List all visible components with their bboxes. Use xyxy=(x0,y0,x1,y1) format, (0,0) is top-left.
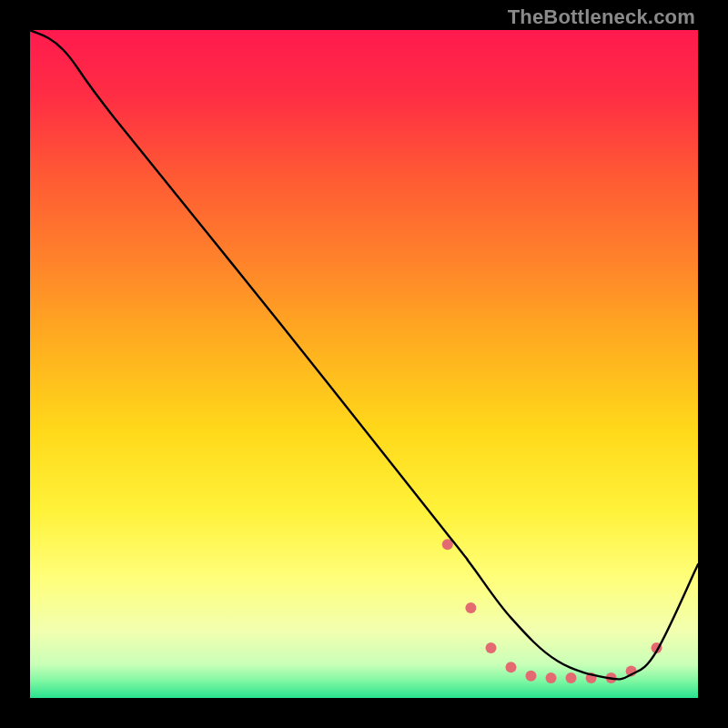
chart-frame: TheBottleneck.com xyxy=(0,0,728,728)
watermark-text: TheBottleneck.com xyxy=(508,5,695,29)
marker-dot xyxy=(546,672,557,683)
marker-dot xyxy=(566,672,577,683)
marker-dot xyxy=(465,602,476,613)
marker-dot xyxy=(506,662,517,672)
marker-dot xyxy=(486,642,497,653)
plot-area xyxy=(30,30,698,698)
marker-dot xyxy=(526,671,537,682)
curve-layer xyxy=(30,30,698,698)
bottleneck-curve xyxy=(30,30,698,679)
marker-dots xyxy=(442,539,662,683)
